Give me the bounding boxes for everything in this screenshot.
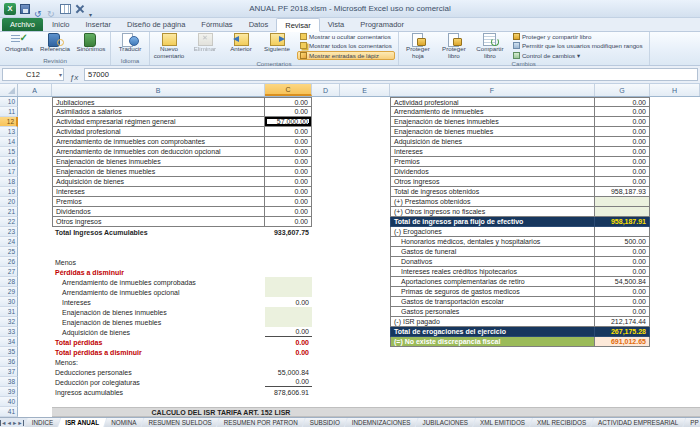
cell-g20[interactable] xyxy=(595,197,650,207)
cell-b36[interactable]: Menos: xyxy=(52,357,265,367)
cell-a37[interactable] xyxy=(18,367,52,377)
cell-d13[interactable] xyxy=(312,127,340,137)
column-header-f[interactable]: F xyxy=(390,84,595,96)
column-header-a[interactable]: A xyxy=(18,84,52,96)
cell-h37[interactable] xyxy=(650,367,700,377)
row-header-27[interactable]: 27 xyxy=(0,267,18,277)
cell-c34[interactable]: 0.00 xyxy=(265,337,312,347)
cell-a22[interactable] xyxy=(18,217,52,227)
button-proteger-hoja[interactable]: Proteger hoja xyxy=(400,32,436,60)
cell-f31[interactable]: Gastos personales xyxy=(390,307,595,317)
cell-c19[interactable]: 0.00 xyxy=(265,187,312,197)
cell-e13[interactable] xyxy=(340,127,390,137)
name-box[interactable]: C12 xyxy=(2,68,64,81)
button-compartir-libro[interactable]: Compartir libro xyxy=(472,32,508,60)
cell-b28[interactable]: Arrendamiento de inmuebles comprobadas xyxy=(52,277,265,287)
cell-g33[interactable]: 267,175.28 xyxy=(595,327,650,337)
cell-f19[interactable]: Total de ingresos obtenidos xyxy=(390,187,595,197)
cell-d12[interactable] xyxy=(312,117,340,127)
cell-e24[interactable] xyxy=(340,237,390,247)
cell-a11[interactable] xyxy=(18,107,52,117)
row-header-29[interactable]: 29 xyxy=(0,287,18,297)
row-header-12[interactable]: 12 xyxy=(0,117,18,127)
cell-g19[interactable]: 958,187.93 xyxy=(595,187,650,197)
cell-g38[interactable] xyxy=(595,377,650,387)
cell-d39[interactable] xyxy=(312,387,340,397)
cell-h11[interactable] xyxy=(650,107,700,117)
cell-b26[interactable]: Menos xyxy=(52,257,265,267)
cell-e39[interactable] xyxy=(340,387,390,397)
cell-b29[interactable]: Arrendamiento de inmuebles opcional xyxy=(52,287,265,297)
cell-b13[interactable]: Actividad profesional xyxy=(52,127,265,137)
resize-icon[interactable] xyxy=(75,4,85,14)
cell-e32[interactable] xyxy=(340,317,390,327)
cell-h13[interactable] xyxy=(650,127,700,137)
cell-g21[interactable] xyxy=(595,207,650,217)
button-proteger-libro[interactable]: Proteger libro xyxy=(436,32,472,60)
cell-h39[interactable] xyxy=(650,387,700,397)
cell-c25[interactable] xyxy=(265,247,312,257)
cell-d38[interactable] xyxy=(312,377,340,387)
cell-f39[interactable] xyxy=(390,387,595,397)
cell-b38[interactable]: Deducción por colegiaturas xyxy=(52,377,265,387)
cell-h36[interactable] xyxy=(650,357,700,367)
cell-f17[interactable]: Dividendos xyxy=(390,167,595,177)
cell-b14[interactable]: Arrendamiento de inmuebles con comproban… xyxy=(52,137,265,147)
cell-f15[interactable]: Intereses xyxy=(390,147,595,157)
cell-d10[interactable] xyxy=(312,97,340,107)
column-header-b[interactable]: B xyxy=(52,84,265,96)
cell-d19[interactable] xyxy=(312,187,340,197)
cell-b11[interactable]: Asimilados a salarios xyxy=(52,107,265,117)
toggle-mostrar-u-ocultar-comentarios[interactable]: Mostrar u ocultar comentarios xyxy=(297,32,395,41)
cell-f27[interactable]: Intereses reales créditos hipotecarios xyxy=(390,267,595,277)
cell-g29[interactable]: 0.00 xyxy=(595,287,650,297)
cell-c28[interactable] xyxy=(265,277,312,287)
column-header-h[interactable]: H xyxy=(650,84,700,96)
cell-a29[interactable] xyxy=(18,287,52,297)
cell-a24[interactable] xyxy=(18,237,52,247)
cell-h34[interactable] xyxy=(650,337,700,347)
row-header-30[interactable]: 30 xyxy=(0,297,18,307)
cell-e26[interactable] xyxy=(340,257,390,267)
cell-a30[interactable] xyxy=(18,297,52,307)
cell-c39[interactable]: 878,606.91 xyxy=(265,387,312,397)
cell-e14[interactable] xyxy=(340,137,390,147)
button-traducir[interactable]: Traducir xyxy=(112,32,148,57)
tab-programador[interactable]: Programador xyxy=(352,18,412,31)
cell-f32[interactable]: (-) ISR pagado xyxy=(390,317,595,327)
cell-h17[interactable] xyxy=(650,167,700,177)
cell-e36[interactable] xyxy=(340,357,390,367)
button-anterior[interactable]: Anterior xyxy=(223,32,259,60)
cell-f14[interactable]: Adquisición de bienes xyxy=(390,137,595,147)
cell-g35[interactable] xyxy=(595,347,650,357)
cell-g10[interactable]: 0.00 xyxy=(595,97,650,107)
cell-b20[interactable]: Premios xyxy=(52,197,265,207)
cell-e33[interactable] xyxy=(340,327,390,337)
cell-b19[interactable]: Intereses xyxy=(52,187,265,197)
cell-d27[interactable] xyxy=(312,267,340,277)
tab-datos[interactable]: Datos xyxy=(241,18,277,31)
cell-h20[interactable] xyxy=(650,197,700,207)
last-sheet-button[interactable] xyxy=(17,418,23,427)
row-header-35[interactable]: 35 xyxy=(0,347,18,357)
cell-e31[interactable] xyxy=(340,307,390,317)
cell-c31[interactable] xyxy=(265,307,312,317)
tab-revisar[interactable]: Revisar xyxy=(276,18,319,32)
cell-e34[interactable] xyxy=(340,337,390,347)
cell-g32[interactable]: 212,174.44 xyxy=(595,317,650,327)
cell-e17[interactable] xyxy=(340,167,390,177)
row-header-37[interactable]: 37 xyxy=(0,367,18,377)
cell-d32[interactable] xyxy=(312,317,340,327)
cell-d26[interactable] xyxy=(312,257,340,267)
cell-f36[interactable] xyxy=(390,357,595,367)
row-header-40[interactable]: 40 xyxy=(0,397,18,407)
cell-h25[interactable] xyxy=(650,247,700,257)
cell-f10[interactable]: Actividad profesional xyxy=(390,97,595,107)
cell-f18[interactable]: Otros ingresos xyxy=(390,177,595,187)
cell-e40[interactable] xyxy=(340,397,390,407)
cell-c33[interactable]: 0.00 xyxy=(265,327,312,337)
cell-g15[interactable]: 0.00 xyxy=(595,147,650,157)
cell-c11[interactable]: 0.00 xyxy=(265,107,312,117)
row-header-39[interactable]: 39 xyxy=(0,387,18,397)
column-header-c[interactable]: C xyxy=(265,84,312,96)
